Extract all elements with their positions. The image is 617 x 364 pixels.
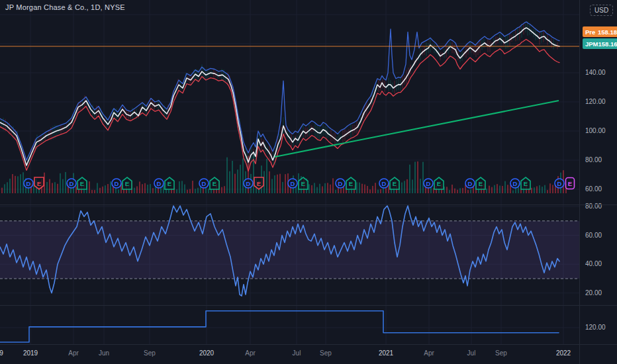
svg-text:D: D	[115, 180, 119, 187]
earnings-icon[interactable]: E	[346, 177, 356, 190]
price-axis-label: 120.00	[585, 324, 606, 331]
time-axis-separator	[0, 344, 617, 345]
time-axis-label: Sep	[320, 349, 332, 357]
chart-window: DEDEDEDEDEDEDEDEDEDEDEDEDE JP Morgan Cha…	[0, 0, 617, 364]
svg-text:D: D	[202, 180, 207, 187]
last-price-badge[interactable]: JPM 158.16	[583, 38, 617, 49]
earnings-icon[interactable]: E	[164, 177, 175, 190]
dividend-icon[interactable]: D	[23, 177, 34, 190]
earnings-icon[interactable]: E	[298, 177, 308, 190]
dividend-icon[interactable]: D	[243, 177, 254, 190]
time-axis-label: Apr	[424, 349, 434, 357]
symbol-legend[interactable]: JP Morgan Chase & Co., 1D, NYSE	[5, 3, 125, 11]
dividend-icon[interactable]: D	[423, 177, 434, 190]
svg-text:E: E	[125, 180, 129, 187]
dividend-icon[interactable]: D	[554, 177, 565, 190]
svg-text:E: E	[393, 180, 397, 187]
price-axis-label: 60.00	[585, 232, 602, 239]
dividend-icon[interactable]: D	[287, 177, 298, 190]
svg-text:D: D	[557, 180, 562, 187]
time-axis-label: Jul	[293, 349, 301, 357]
pane-separator[interactable]	[0, 305, 617, 306]
earnings-icon[interactable]: E	[565, 177, 575, 190]
time-axis-label: 2020	[199, 349, 214, 357]
svg-text:E: E	[213, 180, 216, 187]
svg-text:E: E	[437, 180, 441, 187]
earnings-icon[interactable]: E	[475, 177, 486, 190]
time-axis-label: 2021	[379, 349, 393, 357]
dividend-icon[interactable]: D	[154, 177, 164, 190]
dividend-icon[interactable]: D	[199, 177, 209, 190]
price-axis-label: 80.00	[585, 203, 602, 210]
svg-text:D: D	[338, 180, 343, 187]
earnings-icon[interactable]: E	[209, 177, 220, 190]
dividend-icon[interactable]: D	[335, 177, 346, 190]
svg-text:D: D	[291, 180, 295, 187]
svg-text:E: E	[37, 180, 41, 187]
time-axis-label: Apr	[245, 349, 256, 357]
time-axis-label: Apr	[68, 349, 79, 357]
svg-text:D: D	[426, 180, 431, 187]
premarket-price-badge[interactable]: Pre 158.18	[583, 26, 617, 37]
price-axis[interactable]: USD Pre 158.18 JPM 158.16 140.00120.0010…	[580, 0, 617, 344]
price-axis-label: 80.00	[585, 156, 602, 163]
earnings-icon[interactable]: E	[34, 177, 44, 190]
pane-separator[interactable]	[0, 205, 617, 205]
earnings-icon[interactable]: E	[122, 177, 132, 190]
chart-pane-area[interactable]: DEDEDEDEDEDEDEDEDEDEDEDEDE	[0, 0, 579, 344]
svg-text:D: D	[513, 180, 518, 187]
earnings-icon[interactable]: E	[254, 177, 264, 190]
earnings-icon[interactable]: E	[434, 177, 444, 190]
currency-toggle-button[interactable]: USD	[590, 5, 613, 16]
svg-text:E: E	[349, 180, 353, 187]
dividend-icon[interactable]: D	[465, 177, 475, 190]
time-axis[interactable]: 92019AprJunSep2020AprJulSep2021AprJulSep…	[0, 345, 617, 364]
svg-text:E: E	[301, 180, 305, 187]
time-axis-label: 2019	[23, 349, 38, 357]
price-axis-label: 40.00	[585, 260, 602, 267]
price-axis-label: 60.00	[585, 185, 602, 193]
time-axis-label: 2022	[556, 349, 571, 357]
price-axis-label: 20.00	[585, 289, 602, 296]
svg-text:E: E	[524, 180, 528, 187]
time-axis-label: 9	[0, 349, 3, 357]
dividend-icon[interactable]: D	[111, 177, 122, 190]
chart-canvas[interactable]	[0, 0, 579, 344]
symbol-value: 158.16	[598, 40, 617, 48]
time-axis-label: Jul	[467, 349, 476, 357]
earnings-icon[interactable]: E	[77, 177, 87, 190]
premarket-value: 158.18	[598, 28, 617, 36]
price-axis-label: 120.00	[585, 98, 606, 105]
svg-text:E: E	[257, 180, 261, 187]
symbol-label: JPM	[585, 40, 598, 48]
dividend-icon[interactable]: D	[379, 177, 389, 190]
svg-text:E: E	[568, 180, 572, 187]
svg-text:D: D	[70, 180, 74, 187]
price-axis-label: 140.00	[585, 69, 606, 76]
dividend-icon[interactable]: D	[66, 177, 77, 190]
svg-text:E: E	[167, 180, 171, 187]
earnings-icon[interactable]: E	[520, 177, 531, 190]
price-axis-label: 100.00	[585, 127, 606, 134]
svg-text:D: D	[26, 180, 31, 187]
time-axis-label: Sep	[495, 349, 507, 357]
earnings-icon[interactable]: E	[389, 177, 400, 190]
dividend-icon[interactable]: D	[510, 177, 520, 190]
svg-text:E: E	[479, 180, 483, 187]
time-axis-label: Jun	[99, 349, 109, 357]
svg-text:D: D	[382, 180, 387, 187]
svg-text:D: D	[157, 180, 162, 187]
price-axis-separator	[579, 0, 580, 364]
time-axis-label: Sep	[144, 349, 156, 357]
svg-text:D: D	[246, 180, 251, 187]
svg-text:D: D	[468, 180, 473, 187]
premarket-label: Pre	[585, 28, 595, 36]
svg-text:E: E	[80, 180, 84, 187]
